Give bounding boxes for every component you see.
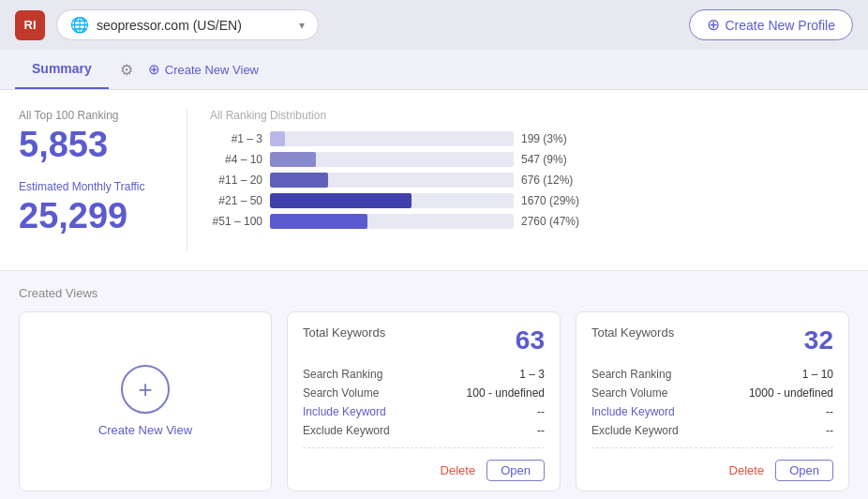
bar-row: #1 – 3 199 (3%): [210, 131, 849, 146]
view-card-row-label: Include Keyword: [303, 405, 386, 418]
view-card-row-value: --: [826, 424, 833, 437]
create-profile-label: Create New Profile: [726, 18, 836, 33]
distribution-title: All Ranking Distribution: [210, 109, 849, 122]
view-card-actions: Delete Open: [591, 452, 833, 481]
bar-row: #11 – 20 676 (12%): [210, 173, 849, 188]
all-top100-value: 5,853: [19, 126, 168, 165]
delete-button[interactable]: Delete: [729, 460, 765, 481]
view-card-row: Exclude Keyword --: [591, 421, 833, 440]
tab-summary[interactable]: Summary: [15, 50, 109, 89]
view-card-row-label: Include Keyword: [591, 405, 675, 418]
view-card-row: Exclude Keyword --: [303, 421, 545, 440]
view-card-row: Include Keyword --: [303, 402, 545, 421]
bar-track: [270, 193, 514, 208]
view-card-row-value: 1 – 10: [802, 368, 833, 381]
view-card-row-label: Search Ranking: [303, 368, 382, 381]
bar-fill: [270, 152, 316, 167]
view-card-row-label: Search Volume: [303, 386, 379, 400]
view-card-row: Search Volume 100 - undefined: [303, 384, 545, 402]
view-card-header: Total Keywords 32: [591, 325, 833, 355]
tabs-bar: Summary ⚙ ⊕ Create New View: [0, 50, 868, 90]
view-card-row: Search Volume 1000 - undefined: [591, 384, 833, 402]
view-card-row-label: Search Volume: [591, 386, 667, 400]
open-button[interactable]: Open: [486, 460, 545, 481]
bar-count: 199 (3%): [521, 132, 587, 145]
settings-button[interactable]: ⚙: [116, 53, 137, 86]
view-cards: Total Keywords 63 Search Ranking 1 – 3 S…: [287, 311, 849, 491]
bar-row: #51 – 100 2760 (47%): [210, 214, 849, 229]
view-card-header: Total Keywords 63: [303, 325, 545, 355]
bar-count: 1670 (29%): [521, 194, 587, 207]
create-new-view-tab[interactable]: ⊕ Create New View: [144, 53, 262, 85]
create-profile-button[interactable]: ⊕ Create New Profile: [689, 9, 854, 40]
view-card-row-label: Search Ranking: [591, 368, 671, 381]
view-card: Total Keywords 32 Search Ranking 1 – 10 …: [576, 311, 849, 491]
avatar: RI: [15, 10, 45, 40]
create-new-view-icon: +: [121, 365, 170, 414]
bar-fill: [270, 214, 367, 229]
view-card-total-label: Total Keywords: [303, 325, 385, 340]
bar-label: #21 – 50: [210, 194, 262, 207]
view-card-row-label: Exclude Keyword: [303, 424, 390, 437]
view-card-divider: [591, 447, 833, 448]
bar-count: 2760 (47%): [521, 215, 587, 228]
bar-count: 547 (9%): [521, 153, 587, 166]
chevron-down-icon: ▾: [299, 19, 305, 32]
summary-section: All Top 100 Ranking 5,853 Estimated Mont…: [0, 90, 868, 271]
view-card-actions: Delete Open: [303, 452, 545, 481]
view-card-row-value: 100 - undefined: [467, 386, 545, 400]
profile-name: seopressor.com (US/EN): [97, 18, 292, 33]
bar-row: #4 – 10 547 (9%): [210, 152, 849, 167]
view-card: Total Keywords 63 Search Ranking 1 – 3 S…: [287, 311, 561, 491]
plus-circle-icon: ⊕: [148, 61, 160, 78]
bar-label: #11 – 20: [210, 174, 262, 187]
est-monthly-value: 25,299: [19, 197, 168, 236]
delete-button[interactable]: Delete: [441, 460, 476, 481]
created-views-section: Created Views + Create New View Total Ke…: [0, 271, 868, 499]
view-card-total-value: 63: [516, 325, 545, 355]
bar-row: #21 – 50 1670 (29%): [210, 193, 849, 208]
view-card-divider: [303, 447, 545, 448]
bar-label: #1 – 3: [210, 132, 262, 145]
distribution-section: All Ranking Distribution #1 – 3 199 (3%)…: [187, 109, 849, 251]
create-view-tab-label: Create New View: [165, 63, 259, 77]
bar-fill: [270, 193, 412, 208]
created-views-label: Created Views: [19, 286, 849, 300]
view-card-row-value: 1000 - undefined: [749, 386, 833, 400]
all-top100-label: All Top 100 Ranking: [19, 109, 168, 122]
view-card-row-value: --: [826, 405, 833, 418]
bar-label: #51 – 100: [210, 215, 262, 228]
bar-fill: [270, 173, 328, 188]
globe-icon: 🌐: [70, 16, 89, 34]
est-monthly-label: Estimated Monthly Traffic: [19, 180, 168, 193]
view-card-row: Include Keyword --: [591, 402, 833, 421]
plus-icon: ⊕: [707, 17, 720, 33]
view-card-row: Search Ranking 1 – 10: [591, 365, 833, 384]
view-card-row-label: Exclude Keyword: [591, 424, 679, 437]
main-content: Summary ⚙ ⊕ Create New View All Top 100 …: [0, 50, 868, 499]
bar-track: [270, 152, 514, 167]
bar-track: [270, 131, 514, 146]
view-card-row: Search Ranking 1 – 3: [303, 365, 545, 384]
create-new-view-card[interactable]: + Create New View: [19, 311, 272, 491]
bar-track: [270, 173, 514, 188]
view-card-row-value: --: [537, 405, 545, 418]
view-card-total-value: 32: [804, 325, 833, 355]
views-row: + Create New View Total Keywords 63 Sear…: [19, 311, 849, 491]
view-card-row-value: --: [537, 424, 545, 437]
bar-label: #4 – 10: [210, 153, 262, 166]
bar-track: [270, 214, 514, 229]
open-button[interactable]: Open: [775, 460, 833, 481]
bar-fill: [270, 131, 285, 146]
bar-count: 676 (12%): [521, 174, 587, 187]
top-bar: RI 🌐 seopressor.com (US/EN) ▾ ⊕ Create N…: [0, 0, 868, 50]
view-card-row-value: 1 – 3: [519, 368, 545, 381]
distribution-bars: #1 – 3 199 (3%) #4 – 10 547 (9%) #11 – 2…: [210, 131, 849, 229]
profile-selector[interactable]: 🌐 seopressor.com (US/EN) ▾: [56, 9, 319, 40]
create-new-view-card-label: Create New View: [98, 423, 192, 437]
view-card-total-label: Total Keywords: [591, 325, 674, 340]
left-stats: All Top 100 Ranking 5,853 Estimated Mont…: [19, 109, 187, 251]
